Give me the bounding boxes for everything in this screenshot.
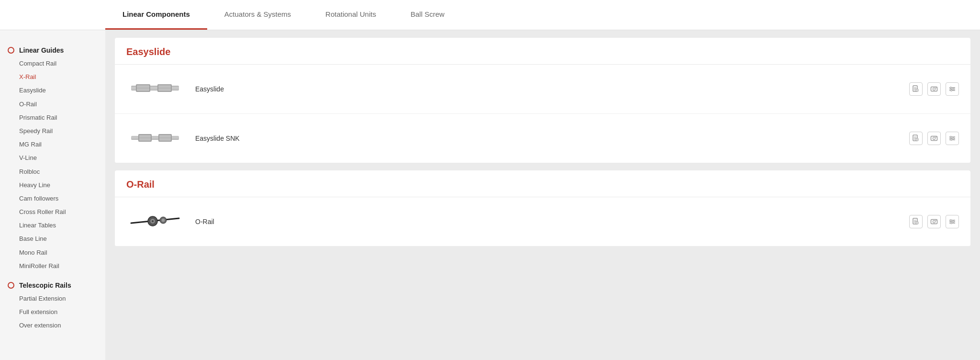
image-icon[interactable]: [927, 215, 941, 228]
sidebar-item-cross-roller-rail[interactable]: Cross Roller Rail: [0, 205, 105, 219]
main-layout: Linear GuidesCompact RailX-RailEasyslide…: [0, 30, 980, 360]
sidebar-item-base-line[interactable]: Base Line: [0, 232, 105, 246]
svg-point-60: [933, 221, 935, 223]
sidebar-section-linear-guides: Linear GuidesCompact RailX-RailEasyslide…: [0, 42, 105, 273]
product-name-easyslide: Easyslide: [184, 85, 909, 93]
sidebar-item-o-rail[interactable]: O-Rail: [0, 98, 105, 111]
svg-point-49: [152, 220, 154, 222]
sidebar-section-title: Telescopic Rails: [19, 281, 71, 289]
product-group-o-rail-group: O-Rail O-Rail: [115, 170, 970, 246]
svg-point-43: [950, 136, 952, 138]
svg-point-20: [950, 87, 952, 89]
image-icon[interactable]: [927, 132, 941, 145]
svg-point-51: [162, 219, 165, 222]
product-image-o-rail: [126, 205, 184, 238]
svg-point-67: [951, 223, 952, 224]
sidebar-item-over-extension[interactable]: Over extension: [0, 319, 105, 332]
sidebar-item-partial-extension[interactable]: Partial Extension: [0, 292, 105, 305]
filter-icon[interactable]: [946, 215, 959, 228]
svg-point-21: [953, 89, 954, 90]
sidebar-item-cam-followers[interactable]: Cam followers: [0, 192, 105, 205]
product-row-easyslide[interactable]: Easyslide: [115, 65, 970, 114]
nav-item-actuators-systems[interactable]: Actuators & Systems: [207, 0, 308, 30]
sidebar-item-v-line[interactable]: V-Line: [0, 151, 105, 165]
product-group-header: Easyslide: [115, 38, 970, 65]
svg-point-45: [951, 139, 952, 141]
svg-point-66: [953, 221, 954, 223]
product-image-easyslide: [126, 72, 184, 106]
sidebar-section-header-telescopic-rails[interactable]: Telescopic Rails: [0, 277, 105, 292]
product-row-o-rail[interactable]: O-Rail: [115, 197, 970, 246]
svg-point-15: [933, 88, 935, 90]
product-name-easyslide-snk: Easyslide SNK: [184, 135, 909, 142]
product-group-title: O-Rail: [126, 179, 959, 190]
product-group-title: Easyslide: [126, 46, 959, 57]
section-dot-icon: [8, 47, 14, 54]
sidebar-item-miniroller-rail[interactable]: MiniRoller Rail: [0, 259, 105, 273]
sidebar-item-compact-rail[interactable]: Compact Rail: [0, 57, 105, 70]
sidebar-item-mg-rail[interactable]: MG Rail: [0, 138, 105, 151]
svg-point-38: [933, 137, 935, 140]
product-image-easyslide-snk: [126, 122, 184, 155]
svg-point-22: [951, 90, 952, 91]
nav-item-linear-components[interactable]: Linear Components: [105, 0, 207, 30]
document-icon[interactable]: [909, 132, 923, 145]
product-group-easyslide-group: Easyslide Easyslide: [115, 38, 970, 163]
product-actions-easyslide: [909, 82, 959, 96]
sidebar-item-easyslide[interactable]: Easyslide: [0, 84, 105, 97]
sidebar: Linear GuidesCompact RailX-RailEasyslide…: [0, 30, 105, 360]
product-group-header: O-Rail: [115, 170, 970, 197]
section-dot-icon: [8, 282, 14, 289]
image-icon[interactable]: [927, 82, 941, 96]
svg-point-44: [953, 138, 954, 139]
svg-point-16: [935, 88, 936, 89]
svg-point-65: [950, 220, 952, 221]
sidebar-section-title: Linear Guides: [19, 46, 64, 54]
product-name-o-rail: O-Rail: [184, 218, 909, 225]
sidebar-item-x-rail[interactable]: X-Rail: [0, 70, 105, 84]
nav-item-rotational-units[interactable]: Rotational Units: [308, 0, 393, 30]
sidebar-item-rolbloc[interactable]: Rolbloc: [0, 165, 105, 179]
filter-icon[interactable]: [946, 82, 959, 96]
document-icon[interactable]: [909, 215, 923, 228]
nav-item-ball-screw[interactable]: Ball Screw: [393, 0, 462, 30]
sidebar-section-header-linear-guides[interactable]: Linear Guides: [0, 42, 105, 57]
content-area: Easyslide Easyslide: [105, 30, 980, 360]
svg-point-39: [935, 137, 936, 138]
product-actions-easyslide-snk: [909, 132, 959, 145]
sidebar-item-prismatic-rail[interactable]: Prismatic Rail: [0, 111, 105, 124]
product-actions-o-rail: [909, 215, 959, 228]
product-row-easyslide-snk[interactable]: Easyslide SNK: [115, 114, 970, 163]
svg-point-61: [935, 220, 936, 221]
filter-icon[interactable]: [946, 132, 959, 145]
sidebar-item-heavy-line[interactable]: Heavy Line: [0, 179, 105, 192]
sidebar-item-speedy-rail[interactable]: Speedy Rail: [0, 124, 105, 138]
document-icon[interactable]: [909, 82, 923, 96]
sidebar-item-linear-tables[interactable]: Linear Tables: [0, 219, 105, 232]
sidebar-item-mono-rail[interactable]: Mono Rail: [0, 246, 105, 259]
sidebar-item-full-extension[interactable]: Full extension: [0, 305, 105, 319]
sidebar-section-telescopic-rails: Telescopic RailsPartial ExtensionFull ex…: [0, 277, 105, 333]
top-navigation: Linear ComponentsActuators & SystemsRota…: [0, 0, 980, 30]
